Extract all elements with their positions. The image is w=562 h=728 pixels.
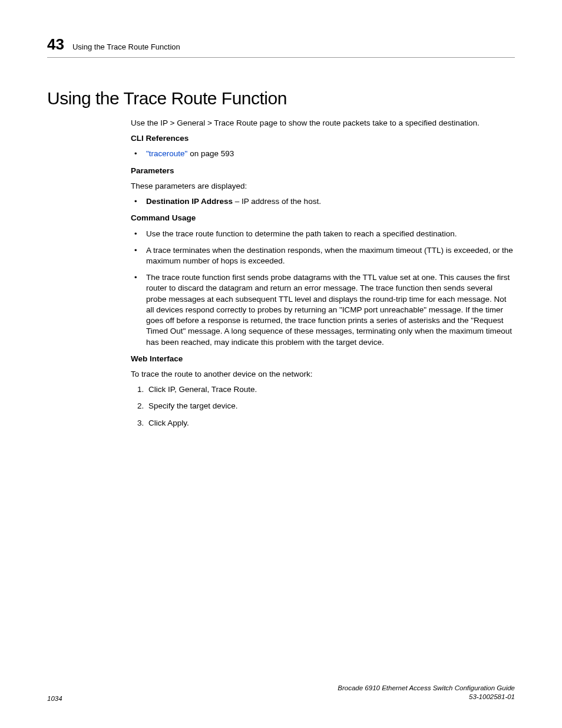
content-body: Use the IP > General > Trace Route page … — [131, 118, 515, 429]
footer-doc-title: Brocade 6910 Ethernet Access Switch Conf… — [338, 684, 515, 693]
traceroute-link[interactable]: "traceroute" — [146, 149, 187, 158]
chapter-header-title: Using the Trace Route Function — [72, 42, 180, 51]
cli-references-list: "traceroute" on page 593 — [131, 149, 515, 159]
footer-doc-info: Brocade 6910 Ethernet Access Switch Conf… — [338, 684, 515, 702]
document-page: 43 Using the Trace Route Function Using … — [0, 0, 562, 728]
list-item: Destination IP Address – IP address of t… — [131, 196, 515, 207]
intro-paragraph: Use the IP > General > Trace Route page … — [131, 118, 515, 129]
cli-references-heading: CLI References — [131, 133, 515, 144]
command-usage-heading: Command Usage — [131, 213, 515, 223]
list-item: Click IP, General, Trace Route. — [146, 384, 515, 395]
command-usage-list: Use the trace route function to determin… — [131, 229, 515, 348]
parameters-heading: Parameters — [131, 166, 515, 176]
param-desc: – IP address of the host. — [233, 197, 321, 206]
list-item: Click Apply. — [146, 418, 515, 429]
page-footer: 1034 Brocade 6910 Ethernet Access Switch… — [47, 684, 515, 702]
page-header: 43 Using the Trace Route Function — [47, 35, 515, 58]
param-name: Destination IP Address — [146, 197, 233, 206]
parameters-list: Destination IP Address – IP address of t… — [131, 196, 515, 207]
list-item: "traceroute" on page 593 — [131, 149, 515, 159]
web-interface-steps: Click IP, General, Trace Route. Specify … — [131, 384, 515, 429]
list-item: Specify the target device. — [146, 401, 515, 411]
footer-doc-number: 53-1002581-01 — [338, 693, 515, 702]
chapter-number: 43 — [47, 35, 64, 54]
list-item: The trace route function first sends pro… — [131, 272, 515, 348]
link-suffix: on page 593 — [187, 149, 234, 158]
page-title: Using the Trace Route Function — [47, 88, 515, 108]
web-interface-lead: To trace the route to another device on … — [131, 369, 515, 380]
parameters-lead: These parameters are displayed: — [131, 181, 515, 192]
list-item: Use the trace route function to determin… — [131, 229, 515, 239]
page-number: 1034 — [47, 695, 62, 702]
web-interface-heading: Web Interface — [131, 354, 515, 364]
list-item: A trace terminates when the destination … — [131, 245, 515, 266]
